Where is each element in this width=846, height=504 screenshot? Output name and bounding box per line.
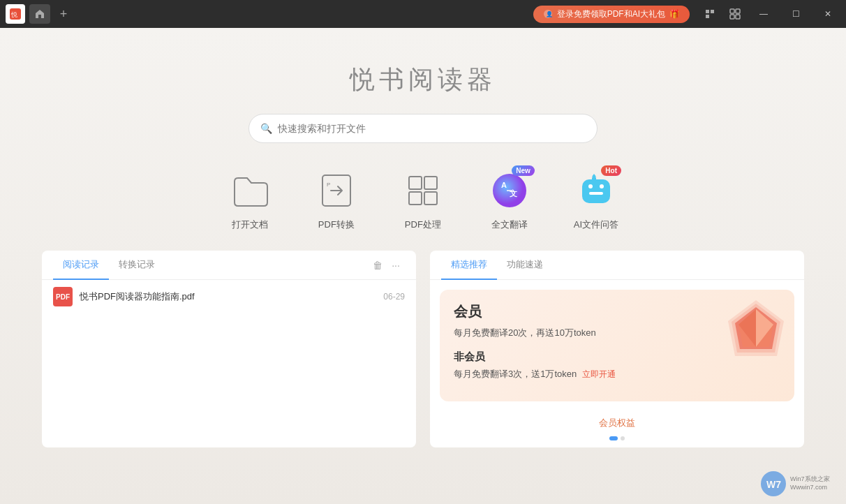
- close-button[interactable]: ✕: [815, 4, 840, 24]
- svg-rect-4: [730, 9, 734, 13]
- pdf-convert-icon-wrap: P: [314, 168, 359, 213]
- right-panel-tabs: 精选推荐 功能速递: [430, 251, 804, 280]
- action-open-doc[interactable]: 打开文档: [228, 168, 272, 231]
- new-tab-button[interactable]: +: [54, 5, 73, 23]
- diamond-decoration: [725, 297, 787, 360]
- svg-rect-17: [582, 179, 610, 203]
- bottom-panels: 阅读记录 转换记录 🗑 ··· PDF 悦书PDF阅读器功能指南.pdf 06-…: [42, 251, 804, 447]
- action-translate[interactable]: New A 文 全文翻译: [487, 168, 532, 231]
- file-name: 悦书PDF阅读器功能指南.pdf: [80, 290, 376, 303]
- action-ai-qa[interactable]: Hot AI文件问答: [574, 168, 618, 231]
- quick-actions: 打开文档 P PDF转换 PDF: [228, 168, 618, 231]
- ai-qa-label: AI文件问答: [574, 218, 618, 231]
- left-panel-tabs: 阅读记录 转换记录 🗑 ···: [42, 251, 416, 280]
- action-pdf-convert[interactable]: P PDF转换: [314, 168, 359, 231]
- promo-banner[interactable]: 👤 登录免费领取PDF和AI大礼包 🎁: [533, 6, 690, 23]
- dot-1[interactable]: [609, 436, 618, 440]
- pdf-file-icon: PDF: [53, 287, 73, 306]
- hot-badge: Hot: [601, 165, 621, 176]
- minimize-button[interactable]: —: [751, 4, 776, 24]
- more-options-button[interactable]: ···: [387, 256, 405, 274]
- left-panel: 阅读记录 转换记录 🗑 ··· PDF 悦书PDF阅读器功能指南.pdf 06-…: [42, 251, 416, 447]
- search-icon: 🔍: [260, 123, 272, 134]
- translate-label: 全文翻译: [491, 218, 528, 231]
- svg-rect-10: [409, 177, 422, 189]
- svg-marker-22: [592, 174, 596, 177]
- svg-rect-5: [736, 9, 740, 13]
- tab-convert-history[interactable]: 转换记录: [109, 251, 165, 280]
- main-content: 悦书阅读器 🔍 打开文档 P PDF转换: [0, 28, 846, 504]
- svg-text:P: P: [327, 181, 330, 188]
- svg-text:W7: W7: [766, 479, 781, 490]
- file-date: 06-29: [383, 292, 405, 302]
- right-panel: 精选推荐 功能速递 会员 每月免费翻译20次，再送10万token 非会员: [430, 251, 804, 447]
- app-logo: 悦: [6, 4, 25, 24]
- tab-quick-access[interactable]: 功能速递: [497, 251, 553, 280]
- home-tab[interactable]: [29, 4, 50, 24]
- skin-button[interactable]: [701, 5, 719, 23]
- ai-qa-icon-wrap: Hot: [574, 168, 618, 213]
- svg-rect-7: [736, 15, 740, 19]
- svg-text:👤: 👤: [545, 10, 552, 17]
- search-bar[interactable]: 🔍: [248, 114, 598, 143]
- translate-icon-wrap: New A 文: [487, 168, 532, 213]
- svg-rect-12: [409, 192, 422, 205]
- file-list-item[interactable]: PDF 悦书PDF阅读器功能指南.pdf 06-29: [42, 280, 416, 313]
- title-bar: 悦 + 👤 登录免费领取PDF和AI大礼包 🎁 — ☐ ✕: [0, 0, 846, 28]
- tab-featured[interactable]: 精选推荐: [441, 251, 497, 280]
- activate-button[interactable]: 立即开通: [582, 369, 616, 380]
- new-badge: New: [512, 165, 535, 176]
- svg-text:A: A: [501, 181, 507, 189]
- window-controls: — ☐ ✕: [701, 4, 840, 24]
- carousel-dots: [430, 436, 804, 447]
- open-doc-label: 打开文档: [232, 218, 268, 231]
- maximize-button[interactable]: ☐: [783, 4, 808, 24]
- promo-gift-icon: 🎁: [669, 9, 680, 19]
- promo-card: 会员 每月免费翻译20次，再送10万token 非会员 每月免费翻译3次，送1万…: [440, 290, 794, 401]
- pdf-convert-label: PDF转换: [318, 218, 355, 231]
- pdf-process-icon-wrap: [401, 168, 445, 213]
- svg-rect-11: [424, 177, 437, 189]
- svg-rect-21: [592, 177, 596, 182]
- pdf-process-label: PDF处理: [405, 218, 441, 231]
- promo-text: 登录免费领取PDF和AI大礼包: [557, 8, 665, 20]
- dot-2[interactable]: [621, 436, 625, 440]
- svg-rect-20: [589, 192, 603, 195]
- svg-point-18: [588, 184, 593, 188]
- promo-footer[interactable]: 会员权益: [430, 411, 804, 436]
- search-input[interactable]: [278, 123, 586, 134]
- layout-button[interactable]: [726, 5, 744, 23]
- promo-non-member-line: 每月免费翻译3次，送1万token 立即开通: [454, 368, 780, 380]
- delete-history-button[interactable]: 🗑: [369, 256, 387, 274]
- svg-point-19: [600, 184, 604, 188]
- action-pdf-process[interactable]: PDF处理: [401, 168, 445, 231]
- app-title: 悦书阅读器: [350, 63, 496, 97]
- watermark: W7 Win7系统之家 Wwwin7.com: [759, 466, 843, 501]
- open-doc-icon-wrap: [228, 168, 272, 213]
- svg-text:悦: 悦: [10, 11, 17, 18]
- svg-rect-6: [730, 15, 734, 19]
- tab-read-history[interactable]: 阅读记录: [53, 251, 109, 280]
- svg-rect-13: [424, 192, 437, 205]
